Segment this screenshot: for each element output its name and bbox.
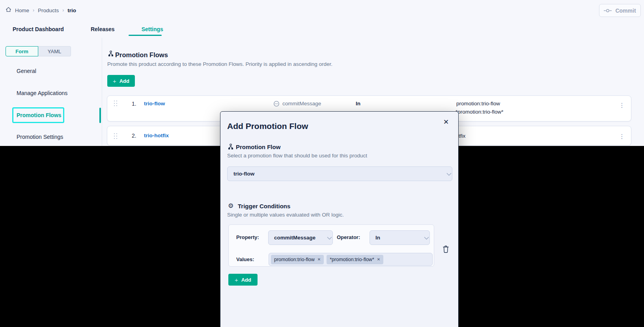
drag-handle-icon[interactable] <box>114 100 117 108</box>
sidebar-item-manage-applications[interactable]: Manage Applications <box>17 90 67 96</box>
active-tab-underline <box>129 35 162 36</box>
add-button-label: Add <box>119 78 129 84</box>
tab-product-dashboard[interactable]: Product Dashboard <box>13 26 64 32</box>
row-value: promotion:trio-flow <box>456 101 500 107</box>
modal-title: Add Promotion Flow <box>227 121 308 131</box>
breadcrumb-products[interactable]: Products <box>38 7 59 13</box>
promotion-flows-highlight-box <box>12 107 64 123</box>
row-menu-kebab-icon[interactable]: ⋮ <box>619 101 625 110</box>
commit-button-label: Commit <box>615 7 636 14</box>
breadcrumb: Home › Products › trio <box>6 6 76 15</box>
breadcrumb-home[interactable]: Home <box>15 7 29 13</box>
commit-message-icon <box>273 101 280 108</box>
remove-tag-icon[interactable]: ✕ <box>317 257 321 262</box>
promotion-flow-select[interactable]: trio-flow <box>227 166 452 181</box>
modal-add-button-label: Add <box>241 277 251 283</box>
row-priority: 2. <box>132 133 136 139</box>
toggle-form[interactable]: Form <box>6 46 38 56</box>
tab-bar: Product Dashboard Releases Settings <box>13 26 163 32</box>
breadcrumb-separator: › <box>62 7 64 13</box>
promotion-flow-icon <box>108 50 114 58</box>
form-yaml-toggle: Form YAML <box>6 46 71 56</box>
gear-icon: ⚙ <box>228 202 233 209</box>
value-tag: *promotion:trio-flow* ✕ <box>327 255 383 264</box>
commit-button[interactable]: Commit <box>599 4 641 17</box>
home-icon <box>6 7 11 14</box>
plus-icon: + <box>113 78 116 84</box>
flow-section-description: Select a promotion flow that should be u… <box>227 153 367 159</box>
flow-section-title: Promotion Flow <box>236 144 280 150</box>
tab-releases[interactable]: Releases <box>91 26 115 32</box>
operator-value: In <box>375 235 380 241</box>
sidebar-item-promotion-settings[interactable]: Promotion Settings <box>17 134 63 140</box>
row-flow-link[interactable]: trio-hotfix <box>144 133 169 138</box>
row-menu-kebab-icon[interactable]: ⋮ <box>619 132 625 141</box>
property-value: commitMessage <box>274 235 315 241</box>
remove-tag-icon[interactable]: ✕ <box>377 257 380 262</box>
sidebar-divider <box>102 38 102 146</box>
values-label: Values: <box>236 256 254 262</box>
row-priority: 1. <box>132 101 136 107</box>
trigger-condition-card: Property: commitMessage Operator: In Val… <box>228 224 434 267</box>
property-label: Property: <box>236 234 259 240</box>
add-promotion-flow-button[interactable]: + Add <box>107 75 135 87</box>
drag-handle-icon[interactable] <box>114 133 117 140</box>
add-promotion-flow-modal: ✕ Add Promotion Flow Promotion Flow Sele… <box>220 111 459 327</box>
sidebar-item-general[interactable]: General <box>17 68 36 74</box>
breadcrumb-current: trio <box>67 7 76 13</box>
git-commit-icon <box>604 7 612 14</box>
values-input[interactable]: promotion:trio-flow ✕ *promotion:trio-fl… <box>269 253 433 266</box>
row-property: commitMessage <box>282 101 321 107</box>
row-value: *promotion:trio-flow* <box>455 109 504 115</box>
row-flow-link[interactable]: trio-flow <box>144 101 165 107</box>
operator-select[interactable]: In <box>370 230 430 245</box>
close-icon[interactable]: ✕ <box>441 117 451 127</box>
plus-icon: + <box>235 277 238 283</box>
sidebar-active-indicator <box>99 108 101 123</box>
trigger-section-title: Trigger Conditions <box>238 203 290 209</box>
value-tag-text: promotion:trio-flow <box>274 257 315 262</box>
operator-label: Operator: <box>337 234 360 240</box>
tab-settings[interactable]: Settings <box>142 26 163 32</box>
section-title: Promotion Flows <box>115 51 168 59</box>
property-select[interactable]: commitMessage <box>268 230 333 245</box>
app-window: Home › Products › trio Commit Product Da… <box>0 0 644 327</box>
row-operator: In <box>356 101 360 107</box>
toggle-yaml[interactable]: YAML <box>38 46 71 56</box>
modal-add-condition-button[interactable]: + Add <box>228 274 258 286</box>
trigger-section-description: Single or multiple values evaluated with… <box>227 212 344 218</box>
value-tag: promotion:trio-flow ✕ <box>271 255 324 264</box>
value-tag-text: *promotion:trio-flow* <box>330 257 374 262</box>
delete-condition-trash-icon[interactable] <box>438 240 446 250</box>
section-description: Promote this product according to these … <box>107 61 332 67</box>
breadcrumb-separator: › <box>33 7 34 13</box>
selected-flow: trio-flow <box>233 171 254 177</box>
